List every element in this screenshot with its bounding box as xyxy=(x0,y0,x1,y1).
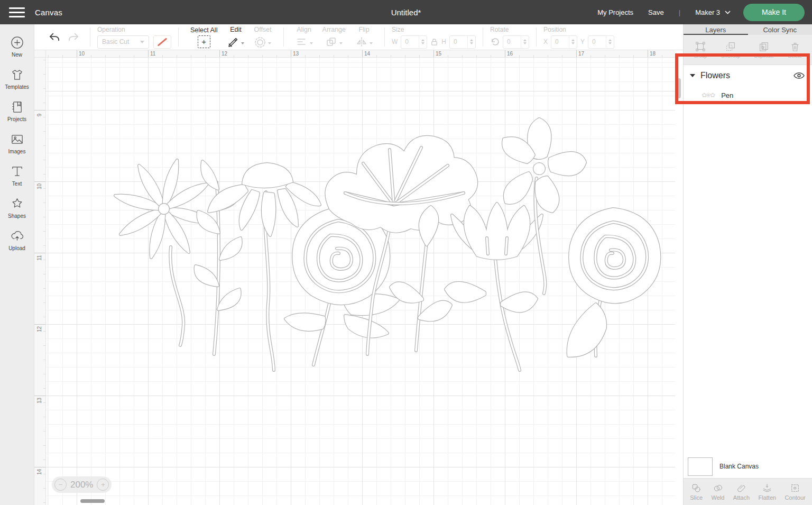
align-icon xyxy=(296,36,308,49)
layers-panel: Layers Color Sync GroupUnGroupDuplicateD… xyxy=(683,24,812,505)
images-icon xyxy=(10,132,24,146)
operation-group: Operation Basic Cut xyxy=(97,26,171,49)
collapse-triangle-icon[interactable] xyxy=(690,74,695,77)
zoom-level: 200% xyxy=(70,480,93,490)
dropdown-arrow-icon xyxy=(140,41,144,43)
offset-button[interactable]: Offset xyxy=(254,26,271,49)
topbar-divider: | xyxy=(679,8,680,16)
group-button[interactable]: Group xyxy=(694,41,707,59)
hamburger-menu-icon[interactable] xyxy=(9,7,25,17)
zoom-in-button[interactable]: + xyxy=(97,479,109,491)
size-group: Size W 0 H 0 xyxy=(392,26,476,49)
flower-tulip[interactable] xyxy=(446,204,542,370)
chevron-down-icon xyxy=(725,11,731,14)
pen-color-swatch[interactable] xyxy=(153,35,171,49)
weld-button[interactable]: Weld xyxy=(712,483,725,501)
design-canvas[interactable]: 101112131415161718 91011121314 − 200% + xyxy=(34,50,675,505)
visibility-eye-icon[interactable] xyxy=(793,72,805,79)
delete-button[interactable]: Delete xyxy=(788,41,802,59)
stepper[interactable] xyxy=(606,36,614,48)
rotate-input[interactable]: 0 xyxy=(503,35,529,49)
horizontal-scrollbar[interactable] xyxy=(80,499,105,503)
contour-icon xyxy=(790,483,800,493)
layer-name: Pen xyxy=(721,91,733,99)
width-input[interactable]: 0 xyxy=(401,35,427,49)
machine-selector[interactable]: Maker 3 xyxy=(695,8,731,16)
sidebar-item-shapes[interactable]: Shapes xyxy=(0,192,34,224)
flip-button[interactable]: Flip xyxy=(355,26,373,49)
stepper[interactable] xyxy=(569,36,577,48)
position-y-input[interactable]: 0 xyxy=(588,35,614,49)
slice-button[interactable]: Slice xyxy=(690,483,703,501)
flip-icon xyxy=(355,36,368,49)
edit-pencil-icon xyxy=(227,36,239,49)
operation-label: Operation xyxy=(97,26,171,33)
redo-icon xyxy=(68,32,79,42)
caret-down-icon xyxy=(339,42,343,44)
position-x-input[interactable]: 0 xyxy=(551,35,577,49)
sidebar-item-upload[interactable]: Upload xyxy=(0,224,34,256)
stepper[interactable] xyxy=(467,36,475,48)
top-bar: Canvas Untitled* My Projects Save | Make… xyxy=(0,0,812,24)
redo-button[interactable] xyxy=(64,32,83,42)
flatten-button[interactable]: Flatten xyxy=(758,483,776,501)
templates-icon xyxy=(10,68,24,82)
vertical-scrollbar[interactable] xyxy=(677,78,681,98)
canvas-color-swatch[interactable] xyxy=(688,457,713,476)
flower-daisy[interactable] xyxy=(115,160,213,345)
my-projects-link[interactable]: My Projects xyxy=(597,8,633,16)
arrange-icon xyxy=(325,36,338,49)
caret-down-icon xyxy=(370,42,373,44)
pen-layer-thumbnail-icon: ✿❀✿ xyxy=(702,91,714,99)
undo-icon xyxy=(49,32,60,42)
lock-icon[interactable] xyxy=(430,38,438,46)
layer-group-row[interactable]: Flowers xyxy=(684,65,812,86)
sidebar-item-new[interactable]: New xyxy=(0,31,34,63)
align-button[interactable]: Align xyxy=(296,26,313,49)
flower-rose-right[interactable] xyxy=(568,209,660,356)
zoom-control: − 200% + xyxy=(52,476,112,493)
select-all-icon: + xyxy=(198,35,210,48)
undo-button[interactable] xyxy=(45,32,64,42)
sidebar-item-text[interactable]: Text xyxy=(0,160,34,192)
offset-icon xyxy=(254,36,266,49)
text-icon xyxy=(10,164,24,179)
ungroup-button[interactable]: UnGroup xyxy=(721,41,741,59)
toolbar-separator xyxy=(283,27,284,47)
toolbar-separator xyxy=(384,27,385,47)
make-it-button[interactable]: Make It xyxy=(743,4,805,21)
group-icon xyxy=(695,41,706,52)
attach-button[interactable]: Attach xyxy=(733,483,750,501)
caret-down-icon xyxy=(268,42,271,44)
stepper[interactable] xyxy=(521,36,529,48)
combine-actions-bar: SliceWeldAttachFlattenContour xyxy=(684,478,812,505)
flower-rose-left[interactable] xyxy=(285,208,398,365)
new-icon xyxy=(10,35,24,50)
rotate-icon[interactable] xyxy=(490,37,500,47)
position-group: Position X 0 Y 0 xyxy=(543,26,614,49)
sidebar-item-templates[interactable]: Templates xyxy=(0,63,34,95)
tab-layers[interactable]: Layers xyxy=(684,24,748,35)
toolbar-separator xyxy=(90,27,90,47)
operation-select[interactable]: Basic Cut xyxy=(97,35,149,49)
duplicate-button[interactable]: Duplicate xyxy=(754,41,774,59)
tab-color-sync[interactable]: Color Sync xyxy=(748,24,812,35)
save-link[interactable]: Save xyxy=(648,8,664,16)
stepper[interactable] xyxy=(419,36,427,48)
zoom-out-button[interactable]: − xyxy=(54,479,67,491)
layer-row-pen[interactable]: ✿❀✿ Pen xyxy=(684,86,812,104)
ungroup-icon xyxy=(725,41,736,52)
select-all-button[interactable]: Select All + xyxy=(190,26,217,48)
edit-button[interactable]: Edit xyxy=(227,26,244,49)
layers-list: Flowers ✿❀✿ Pen xyxy=(684,65,812,455)
toolbar-separator xyxy=(536,27,537,47)
flowers-artwork xyxy=(34,50,675,505)
rotate-group: Rotate 0 xyxy=(490,26,529,49)
sidebar-item-projects[interactable]: Projects xyxy=(0,95,34,127)
contour-button[interactable]: Contour xyxy=(785,483,806,501)
arrange-button[interactable]: Arrange xyxy=(322,26,346,49)
height-input[interactable]: 0 xyxy=(449,35,476,49)
sidebar-item-images[interactable]: Images xyxy=(0,127,34,160)
upload-icon xyxy=(10,229,24,243)
document-title: Untitled* xyxy=(391,8,421,17)
